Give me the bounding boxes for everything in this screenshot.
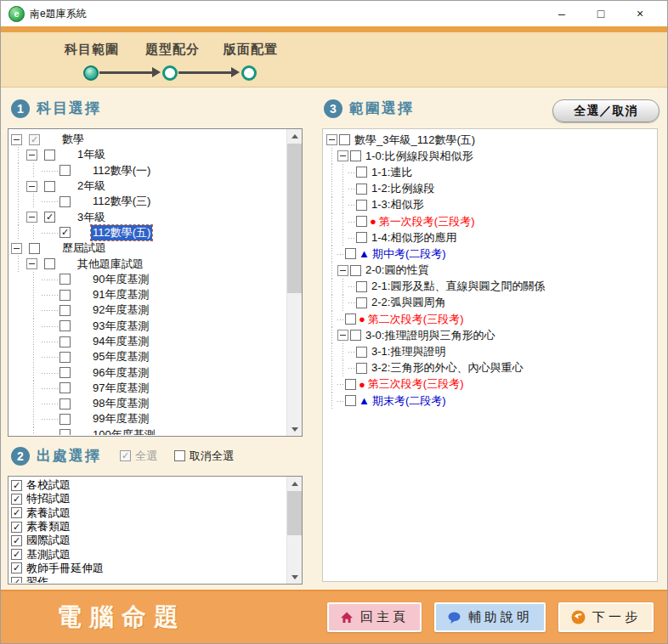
tree-row[interactable]: 90年度基測 [11,272,286,287]
tree-item-label[interactable]: 90年度基測 [91,272,150,287]
tree-row[interactable]: ●第二次段考(三段考) [326,311,654,327]
source-list-item[interactable]: ✓各校試題 [11,478,286,492]
tree-checkbox[interactable] [59,165,71,176]
tree-expand-toggle[interactable] [26,150,37,161]
tree-item-label[interactable]: 100年度基測 [91,427,157,435]
tree-item-label[interactable]: 1-0:比例線段與相似形 [364,149,474,164]
tree-checkbox[interactable] [356,347,367,358]
select-all-checkbox[interactable]: ✓ [120,450,131,461]
tree-checkbox[interactable] [44,181,55,192]
tree-row[interactable]: 3-2:三角形的外心、內心與重心 [326,360,654,376]
source-list-item[interactable]: ✓習作 [11,575,286,583]
tree-checkbox[interactable] [59,290,71,301]
tree-checkbox[interactable] [345,379,356,390]
tree-checkbox[interactable]: ✓ [29,134,40,145]
tree-checkbox[interactable] [345,314,356,325]
tree-item-label[interactable]: 1-4:相似形的應用 [370,230,458,246]
tree-row[interactable]: 1年級 [11,147,286,162]
tree-checkbox[interactable] [59,320,71,331]
tree-item-label[interactable]: 2-2:弧與圓周角 [370,295,447,310]
maximize-button[interactable]: □ [581,1,620,26]
scroll-up-arrow[interactable] [287,477,302,490]
tree-row[interactable]: 92年度基測 [11,302,286,318]
tree-expand-toggle[interactable] [337,150,348,161]
tree-row[interactable]: ✓112數學(五) [11,225,286,240]
tree-checkbox[interactable] [59,352,71,363]
source-item-checkbox[interactable]: ✓ [11,549,22,560]
tree-expand-toggle[interactable] [326,134,337,145]
tree-item-label[interactable]: 3年級 [76,210,107,225]
tree-checkbox[interactable] [29,243,40,254]
tree-row[interactable]: 94年度基測 [11,334,286,349]
tree-row[interactable]: 其他題庫試題 [11,256,286,271]
tree-checkbox[interactable] [59,382,71,393]
source-item-checkbox[interactable]: ✓ [11,522,22,533]
step-circle-3[interactable] [241,65,257,81]
toggle-select-all-button[interactable]: 全選／取消 [552,99,660,122]
tree-checkbox[interactable] [356,167,367,178]
tree-checkbox[interactable] [59,305,71,316]
tree-checkbox[interactable] [339,134,350,145]
tree-row[interactable]: 3-0:推理證明與三角形的心 [326,327,654,343]
tree-checkbox[interactable] [356,281,367,292]
tree-item-label[interactable]: 112數學(五) [91,225,152,240]
scroll-down-arrow[interactable] [287,422,302,436]
tree-item-label[interactable]: 3-0:推理證明與三角形的心 [364,328,496,343]
tree-checkbox[interactable] [356,363,367,374]
scroll-up-arrow[interactable] [287,129,302,143]
tree-item-label[interactable]: 期末考(二段考) [371,393,448,409]
tree-item-label[interactable]: 2-1:圓形及點、直線與圓之間的關係 [370,279,546,294]
source-list-item[interactable]: ✓國際試題 [11,534,286,547]
tree-row[interactable]: ▲期末考(二段考) [326,393,654,409]
tree-item-label[interactable]: 第三次段考(三段考) [366,376,466,392]
tree-row[interactable]: 1-0:比例線段與相似形 [326,148,654,164]
tree-item-label[interactable]: 數學_3年級_112數學(五) [353,133,477,148]
tree-checkbox[interactable] [356,297,367,308]
tree-row[interactable]: ▲期中考(二段考) [326,246,654,262]
tree-row[interactable]: 2年級 [11,178,286,194]
step-circle-1-active[interactable] [83,65,99,81]
tree-checkbox[interactable] [59,196,71,207]
source-list-scrollbar[interactable] [286,477,302,584]
help-button[interactable]: 輔助說明 [434,602,546,632]
tree-expand-toggle[interactable] [11,134,22,145]
step-circle-2[interactable] [162,65,178,81]
tree-row[interactable]: 3-1:推理與證明 [326,343,654,359]
tree-item-label[interactable]: 其他題庫試題 [76,257,145,272]
tree-expand-toggle[interactable] [26,212,37,223]
tree-expand-toggle[interactable] [26,181,37,192]
tree-row[interactable]: 歷屆試題 [11,240,286,256]
tree-item-label[interactable]: 數學 [60,132,86,147]
source-list-item[interactable]: ✓特招試題 [11,492,286,506]
source-item-checkbox[interactable]: ✓ [11,507,22,518]
tree-item-label[interactable]: 1-2:比例線段 [370,181,436,196]
step-label-subject-range[interactable]: 科目範圍 [65,42,119,58]
tree-row[interactable]: 2-1:圓形及點、直線與圓之間的關係 [326,279,654,295]
tree-item-label[interactable]: 97年度基測 [91,381,150,396]
deselect-all-checkbox[interactable] [174,450,185,461]
step-label-question-allocation[interactable]: 題型配分 [145,42,200,58]
source-list-item[interactable]: ✓素養試題 [11,506,286,520]
step-label-layout-config[interactable]: 版面配置 [224,42,278,58]
tree-checkbox[interactable] [59,429,71,435]
scrollbar-thumb[interactable] [287,491,302,535]
scrollbar-thumb[interactable] [287,144,302,293]
tree-row[interactable]: 98年度基測 [11,396,286,411]
tree-row[interactable]: 1-3:相似形 [326,197,654,213]
tree-row[interactable]: 1-2:比例線段 [326,181,654,197]
source-item-checkbox[interactable]: ✓ [11,535,22,546]
source-list-item[interactable]: ✓基測試題 [11,547,286,561]
tree-checkbox[interactable] [356,200,367,211]
tree-expand-toggle[interactable] [11,243,22,254]
source-item-checkbox[interactable]: ✓ [11,494,22,505]
tree-row[interactable]: 112數學(一) [11,163,286,178]
tree-row[interactable]: ✓3年級 [11,209,286,224]
tree-row[interactable]: 2-2:弧與圓周角 [326,295,654,311]
tree-expand-toggle[interactable] [337,330,348,341]
tree-checkbox[interactable] [345,395,356,406]
tree-item-label[interactable]: 95年度基測 [91,349,150,364]
tree-item-label[interactable]: 3-1:推理與證明 [370,344,447,359]
tree-checkbox[interactable] [350,265,361,276]
next-step-button[interactable]: 下一步 [558,602,654,632]
tree-checkbox[interactable] [356,216,367,227]
